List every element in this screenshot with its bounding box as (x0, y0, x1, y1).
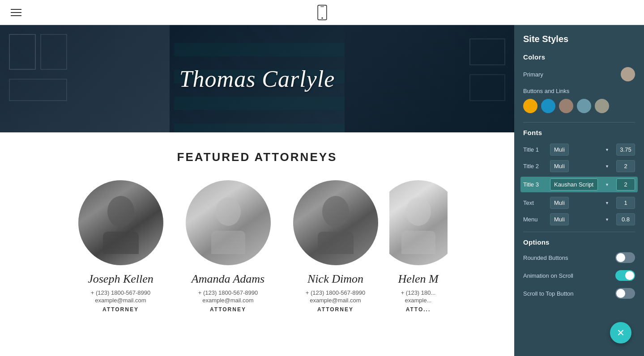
swatch-gray[interactable] (595, 99, 609, 113)
fab-close-button[interactable]: × (610, 322, 631, 343)
font-select-wrapper-text: Muli (550, 197, 613, 209)
rounded-buttons-toggle[interactable] (615, 252, 635, 263)
rounded-buttons-label: Rounded Buttons (523, 254, 568, 261)
attorneys-section-title: FEATURED ATTORNEYS (9, 150, 505, 164)
svg-rect-4 (103, 232, 139, 254)
hero-text-overlay: Thomas Carlyle (0, 25, 514, 132)
font-label-title3: Title 3 (523, 181, 546, 188)
attorney-phone: + (123) 1800-567-8990 (306, 289, 365, 296)
svg-rect-10 (401, 231, 435, 254)
attorney-role: ATTORNEY (210, 306, 246, 313)
hero-section: Thomas Carlyle (0, 25, 514, 132)
font-label-title2: Title 2 (523, 163, 546, 170)
attorney-name: Nick Dimon (307, 272, 363, 286)
attorneys-grid: Joseph Kellen + (123) 1800-567-8990 exam… (9, 180, 505, 313)
font-select-wrapper-title3: Kaushan Script (550, 178, 613, 191)
colors-section-label: Colors (523, 53, 635, 61)
font-size-title2[interactable] (616, 160, 635, 172)
attorney-email: example@mail.com (202, 297, 253, 304)
attorney-name: Joseph Kellen (88, 272, 154, 286)
animation-scroll-label: Animation on Scroll (523, 272, 573, 279)
font-row-text: Text Muli (523, 197, 635, 209)
font-row-title2: Title 2 Muli (523, 160, 635, 172)
attorneys-section: FEATURED ATTORNEYS Joseph Kellen + (123)… (0, 132, 514, 322)
font-size-title3[interactable] (616, 178, 635, 191)
font-label-text: Text (523, 199, 546, 206)
attorney-email: example@mail.com (310, 297, 361, 304)
buttons-links-label: Buttons and Links (523, 88, 635, 94)
swatch-blue[interactable] (541, 99, 555, 113)
font-select-menu[interactable]: Muli (550, 213, 569, 225)
svg-point-9 (406, 197, 431, 226)
font-select-title3[interactable]: Kaushan Script (550, 178, 598, 191)
font-row-title3: Title 3 Kaushan Script (520, 177, 638, 192)
font-select-wrapper-menu: Muli (550, 213, 613, 225)
attorney-email: example@mail.com (95, 297, 146, 304)
main-area: Thomas Carlyle FEATURED ATTORNEYS Joseph… (0, 25, 644, 356)
attorney-role: ATTORNEY (317, 306, 354, 313)
topbar (0, 0, 644, 25)
attorney-card: Nick Dimon + (123) 1800-567-8990 example… (282, 180, 389, 313)
fonts-section-label: Fonts (523, 129, 635, 136)
attorney-phone: + (123) 180... (401, 289, 436, 296)
svg-rect-8 (318, 232, 354, 254)
font-select-text[interactable]: Muli (550, 197, 569, 209)
svg-point-1 (321, 17, 323, 18)
attorney-photo (78, 180, 163, 265)
hero-title: Thomas Carlyle (179, 66, 335, 92)
attorney-photo (293, 180, 378, 265)
attorney-photo (186, 180, 271, 265)
swatch-brown[interactable] (559, 99, 573, 113)
attorney-name: Amanda Adams (192, 272, 264, 286)
primary-row: Primary (523, 67, 635, 81)
svg-point-7 (322, 196, 349, 227)
primary-label: Primary (523, 71, 543, 78)
attorney-name: Helen M (398, 272, 438, 286)
swatch-teal[interactable] (577, 99, 591, 113)
attorney-role: ATTO... (406, 306, 431, 313)
font-select-wrapper-title1: Muli (550, 144, 613, 156)
attorney-email: example... (405, 297, 432, 304)
option-row-animation-scroll: Animation on Scroll (523, 270, 635, 281)
hamburger-menu-icon[interactable] (11, 9, 21, 16)
animation-scroll-toggle[interactable] (615, 270, 635, 281)
font-size-menu[interactable] (616, 213, 635, 225)
options-section-label: Options (523, 238, 635, 246)
attorney-card: Amanda Adams + (123) 1800-567-8990 examp… (175, 180, 282, 313)
panel-title: Site Styles (523, 34, 635, 44)
phone-preview-icon[interactable] (316, 4, 328, 21)
attorney-role: ATTORNEY (102, 306, 139, 313)
font-select-title1[interactable]: Muli (550, 144, 569, 156)
close-icon: × (617, 326, 624, 339)
attorney-phone: + (123) 1800-567-8990 (198, 289, 258, 296)
divider (523, 122, 635, 123)
preview-area: Thomas Carlyle FEATURED ATTORNEYS Joseph… (0, 25, 514, 356)
option-row-rounded-buttons: Rounded Buttons (523, 252, 635, 263)
attorney-card: Joseph Kellen + (123) 1800-567-8990 exam… (67, 180, 175, 313)
swatch-orange[interactable] (523, 99, 537, 113)
attorney-photo (389, 180, 448, 265)
scroll-top-label: Scroll to Top Button (523, 290, 574, 297)
font-row-title1: Title 1 Muli (523, 144, 635, 156)
font-label-title1: Title 1 (523, 146, 546, 153)
color-swatches (523, 99, 635, 113)
font-label-menu: Menu (523, 216, 546, 223)
divider2 (523, 232, 635, 232)
attorney-phone: + (123) 1800-567-8990 (91, 289, 150, 296)
svg-point-5 (216, 197, 241, 226)
font-size-title1[interactable] (616, 144, 635, 156)
attorney-card: Helen M + (123) 180... example... ATTO..… (389, 180, 448, 313)
primary-color-swatch[interactable] (621, 67, 635, 81)
font-select-wrapper-title2: Muli (550, 160, 613, 172)
font-select-title2[interactable]: Muli (550, 160, 569, 172)
font-size-text[interactable] (616, 197, 635, 209)
option-row-scroll-top: Scroll to Top Button (523, 288, 635, 299)
scroll-top-toggle[interactable] (615, 288, 635, 299)
svg-rect-6 (211, 231, 245, 254)
font-row-menu: Menu Muli (523, 213, 635, 225)
site-styles-panel: Site Styles Colors Primary Buttons and L… (514, 25, 644, 356)
svg-point-3 (107, 196, 134, 227)
